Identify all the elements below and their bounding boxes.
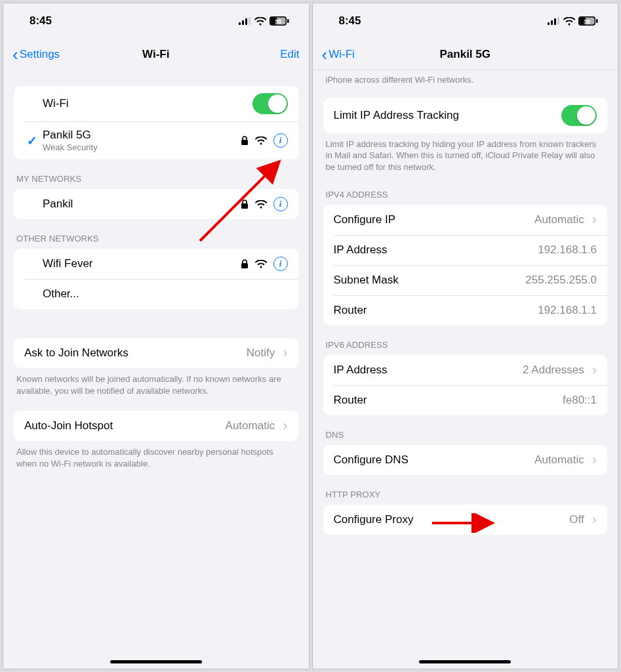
info-icon[interactable]: i	[273, 257, 288, 271]
other-network-row[interactable]: Wifi Fever i	[14, 249, 298, 279]
router-row: Router 192.168.1.1	[323, 295, 608, 326]
status-right: 38	[548, 16, 598, 26]
my-network-row[interactable]: Pankil i	[14, 189, 298, 219]
svg-rect-3	[249, 17, 250, 25]
chevron-right-icon: ›	[283, 419, 287, 433]
ask-join-footer: Known networks will be joined automatica…	[3, 368, 309, 399]
svg-rect-13	[548, 22, 550, 25]
content: iPhone across different Wi-Fi networks. …	[313, 70, 618, 669]
battery-icon: 38	[578, 16, 598, 26]
lock-icon	[241, 259, 249, 269]
ip-address-row: IP Address 192.168.1.6	[323, 235, 608, 265]
other-networks-group: Wifi Fever i Other...	[14, 249, 298, 309]
cell-signal-icon	[239, 17, 251, 25]
status-time: 8:45	[30, 14, 52, 28]
ipv4-header: IPV4 ADDRESS	[313, 175, 618, 205]
http-proxy-group: Configure Proxy Off›	[323, 505, 608, 535]
svg-text:38: 38	[584, 18, 590, 25]
ipv6-header: IPV6 ADDRESS	[313, 326, 618, 355]
content: Wi-Fi ✓ Pankil 5G Weak Security i	[3, 70, 309, 669]
svg-rect-1	[242, 20, 244, 25]
ipv6-group: IP Address 2 Addresses› Router fe80::1	[323, 355, 608, 415]
connected-sub: Weak Security	[43, 142, 241, 152]
lock-icon	[241, 200, 249, 209]
auto-hotspot-row[interactable]: Auto-Join Hotspot Automatic›	[14, 411, 298, 441]
configure-ip-row[interactable]: Configure IP Automatic›	[323, 205, 608, 235]
wifi-toggle[interactable]	[252, 93, 288, 114]
phone-wifi-list: 8:45 38 ‹ Settings Wi-Fi Edit Wi-Fi	[3, 3, 310, 669]
ask-join-row[interactable]: Ask to Join Networks Notify›	[14, 338, 298, 368]
auto-hotspot-footer: Allow this device to automatically disco…	[3, 441, 309, 472]
svg-rect-2	[245, 18, 247, 25]
connected-network-row[interactable]: ✓ Pankil 5G Weak Security i	[14, 121, 298, 159]
svg-rect-9	[241, 140, 248, 145]
connected-name: Pankil 5G	[43, 129, 241, 142]
nav-bar: ‹ Wi-Fi Pankil 5G	[313, 39, 618, 70]
status-bar: 8:45 38	[313, 3, 618, 39]
phone-wifi-detail: 8:45 38 ‹ Wi-Fi Pankil 5G iPhone across …	[312, 3, 619, 669]
info-icon[interactable]: i	[273, 133, 288, 148]
chevron-right-icon: ›	[592, 213, 597, 227]
chevron-left-icon: ‹	[12, 46, 18, 63]
home-indicator	[110, 660, 202, 663]
svg-rect-7	[287, 19, 289, 23]
configure-dns-row[interactable]: Configure DNS Automatic›	[323, 445, 608, 475]
limit-ip-row: Limit IP Address Tracking	[323, 98, 608, 133]
limit-ip-toggle[interactable]	[561, 105, 597, 126]
svg-rect-20	[596, 19, 598, 23]
http-proxy-header: HTTP PROXY	[313, 475, 618, 505]
status-time: 8:45	[339, 14, 361, 28]
svg-rect-11	[241, 263, 248, 268]
ipv6-router-row: Router fe80::1	[323, 385, 608, 415]
svg-rect-10	[241, 203, 248, 209]
svg-rect-15	[554, 18, 556, 25]
home-indicator	[419, 660, 511, 663]
wifi-icon	[563, 17, 575, 26]
wifi-toggle-group: Wi-Fi ✓ Pankil 5G Weak Security i	[14, 86, 298, 159]
info-icon[interactable]: i	[273, 197, 288, 211]
svg-rect-16	[557, 17, 559, 25]
other-networks-header: OTHER NETWORKS	[3, 219, 309, 249]
cell-signal-icon	[548, 17, 560, 25]
ipv4-group: Configure IP Automatic› IP Address 192.1…	[323, 205, 608, 326]
status-right: 38	[239, 16, 289, 26]
wifi-toggle-row: Wi-Fi	[14, 86, 298, 121]
chevron-left-icon: ‹	[322, 46, 328, 63]
wifi-icon	[254, 17, 266, 26]
check-icon: ✓	[27, 133, 37, 148]
nav-back[interactable]: ‹ Settings	[12, 46, 60, 63]
ask-join-group: Ask to Join Networks Notify›	[14, 338, 298, 368]
ipv6-address-row[interactable]: IP Address 2 Addresses›	[323, 355, 608, 385]
lock-icon	[241, 136, 249, 146]
svg-rect-0	[239, 22, 241, 25]
auto-hotspot-group: Auto-Join Hotspot Automatic›	[14, 411, 298, 441]
dns-group: Configure DNS Automatic›	[323, 445, 608, 475]
chevron-right-icon: ›	[592, 363, 597, 377]
nav-back[interactable]: ‹ Wi-Fi	[322, 46, 355, 63]
private-address-footer: iPhone across different Wi-Fi networks.	[313, 70, 618, 89]
limit-ip-group: Limit IP Address Tracking	[323, 98, 608, 133]
chevron-right-icon: ›	[283, 346, 287, 360]
nav-title: Pankil 5G	[313, 48, 618, 61]
nav-edit[interactable]: Edit	[280, 48, 299, 61]
limit-ip-footer: Limit IP address tracking by hiding your…	[313, 133, 618, 176]
configure-proxy-row[interactable]: Configure Proxy Off›	[323, 505, 608, 535]
subnet-row: Subnet Mask 255.255.255.0	[323, 265, 608, 295]
svg-text:38: 38	[274, 18, 281, 25]
my-networks-header: MY NETWORKS	[3, 159, 309, 189]
svg-rect-14	[551, 20, 553, 25]
my-networks-group: Pankil i	[14, 189, 298, 219]
wifi-label: Wi-Fi	[43, 97, 252, 110]
battery-icon: 38	[270, 16, 289, 26]
chevron-right-icon: ›	[592, 513, 597, 527]
chevron-right-icon: ›	[592, 453, 597, 467]
status-bar: 8:45 38	[3, 3, 309, 39]
nav-bar: ‹ Settings Wi-Fi Edit	[3, 39, 309, 70]
wifi-strength-icon	[255, 136, 267, 145]
dns-header: DNS	[313, 415, 618, 445]
wifi-strength-icon	[255, 260, 267, 268]
other-row[interactable]: Other...	[14, 279, 298, 309]
wifi-strength-icon	[255, 200, 267, 209]
